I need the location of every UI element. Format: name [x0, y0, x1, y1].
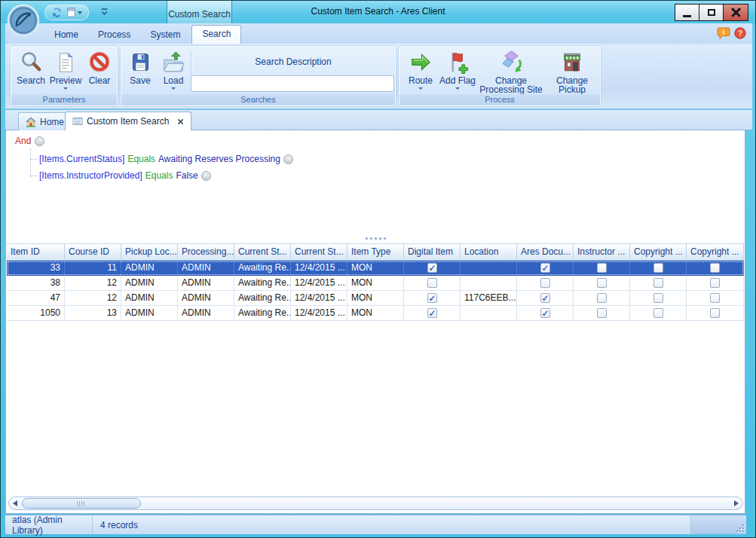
remove-condition-icon[interactable]	[201, 171, 211, 181]
grid-cell[interactable]	[630, 261, 687, 276]
grid-cell[interactable]	[630, 306, 687, 321]
query-condition-2[interactable]: [Items.InstructorProvided] Equals False	[39, 170, 211, 181]
column-header-0[interactable]: Item ID	[7, 244, 65, 261]
search-button[interactable]: Search	[14, 48, 48, 85]
grid-cell[interactable]	[461, 276, 517, 291]
column-header-5[interactable]: Current St...	[291, 244, 347, 261]
grid-cell[interactable]: Awaiting Re...	[234, 276, 291, 291]
column-header-7[interactable]: Digital Item	[404, 244, 461, 261]
grid-cell[interactable]	[517, 261, 574, 276]
ribbon-tab-process[interactable]: Process	[88, 26, 140, 44]
customize-quick-access-button[interactable]	[100, 8, 109, 16]
grid-cell[interactable]: MON	[347, 291, 404, 306]
grid-cell[interactable]	[404, 291, 461, 306]
grid-cell[interactable]: 12/4/2015 ...	[291, 291, 347, 306]
grid-cell[interactable]	[687, 306, 744, 321]
grid-cell[interactable]	[574, 261, 630, 276]
grid-cell[interactable]: 12/4/2015 ...	[291, 306, 347, 321]
column-header-3[interactable]: Processing...	[178, 244, 234, 261]
grid-row-1[interactable]: 3812ADMINADMINAwaiting Re...12/4/2015 ..…	[7, 276, 744, 291]
scroll-right-button[interactable]	[730, 500, 742, 506]
column-header-6[interactable]: Item Type	[347, 244, 404, 261]
grid-cell[interactable]	[461, 306, 517, 321]
ribbon-tab-search[interactable]: Search	[191, 25, 241, 44]
grid-cell[interactable]: ADMIN	[178, 306, 234, 321]
grid-cell[interactable]	[630, 276, 687, 291]
grid-cell[interactable]: Awaiting Re...	[234, 291, 291, 306]
grid-cell[interactable]: MON	[347, 306, 404, 321]
grid-cell[interactable]: 117C6EEB....	[461, 291, 517, 306]
grid-cell[interactable]	[517, 276, 574, 291]
grid-row-2[interactable]: 4712ADMINADMINAwaiting Re...12/4/2015 ..…	[7, 291, 744, 306]
grid-cell[interactable]: Awaiting Re...	[234, 306, 291, 321]
maximize-button[interactable]	[699, 5, 724, 20]
grid-cell[interactable]	[574, 306, 630, 321]
grid-cell[interactable]: ADMIN	[121, 261, 178, 276]
route-button[interactable]: Route	[404, 48, 437, 90]
grid-cell[interactable]: ADMIN	[121, 276, 178, 291]
column-header-9[interactable]: Ares Docu...	[517, 244, 574, 261]
preview-button[interactable]: Preview	[48, 48, 83, 90]
column-header-8[interactable]: Location	[461, 244, 517, 261]
horizontal-scrollbar[interactable]	[8, 497, 743, 510]
grid-cell[interactable]: 38	[7, 276, 65, 291]
grid-cell[interactable]	[404, 306, 461, 321]
grid-cell[interactable]: 33	[7, 261, 65, 276]
grid-cell[interactable]: 12/4/2015 ...	[291, 261, 347, 276]
grid-cell[interactable]	[517, 291, 574, 306]
grid-cell[interactable]: ADMIN	[178, 291, 234, 306]
add-flag-button[interactable]: Add Flag	[439, 48, 476, 90]
ribbon-tab-home[interactable]: Home	[44, 26, 88, 44]
grid-cell[interactable]: MON	[347, 261, 404, 276]
grid-cell[interactable]: ADMIN	[178, 261, 234, 276]
column-header-11[interactable]: Copyright ...	[630, 244, 687, 261]
column-header-4[interactable]: Current St...	[234, 244, 291, 261]
help-button[interactable]: ?	[734, 27, 746, 39]
grid-cell[interactable]: MON	[347, 276, 404, 291]
save-button[interactable]: Save	[124, 48, 156, 85]
query-root-operator[interactable]: And	[15, 136, 44, 146]
grid-row-3[interactable]: 105013ADMINADMINAwaiting Re...12/4/2015 …	[7, 306, 744, 321]
grid-cell[interactable]: ADMIN	[121, 306, 178, 321]
grid-cell[interactable]: ADMIN	[178, 276, 234, 291]
grid-cell[interactable]	[461, 261, 517, 276]
grid-cell[interactable]: Awaiting Re...	[234, 261, 291, 276]
grid-cell[interactable]	[687, 261, 744, 276]
grid-cell[interactable]: 11	[65, 261, 121, 276]
new-search-button[interactable]	[66, 7, 82, 18]
load-button[interactable]: Load	[158, 48, 189, 90]
document-tab-home[interactable]: Home	[18, 112, 72, 130]
query-condition-1[interactable]: [Items.CurrentStatus] Equals Awaiting Re…	[39, 154, 293, 164]
grid-cell[interactable]	[687, 276, 744, 291]
grid-cell[interactable]	[687, 291, 744, 306]
grid-cell[interactable]: 12	[65, 276, 121, 291]
feedback-button[interactable]: i	[717, 27, 730, 39]
scroll-left-button[interactable]	[9, 500, 21, 506]
grid-cell[interactable]: ADMIN	[121, 291, 178, 306]
grid-row-0[interactable]: 3311ADMINADMINAwaiting Re...12/4/2015 ..…	[7, 261, 744, 276]
add-condition-icon[interactable]	[35, 136, 44, 146]
grid-cell[interactable]	[404, 261, 461, 276]
grid-cell[interactable]: 12	[65, 291, 121, 306]
refresh-button[interactable]	[51, 7, 63, 18]
grid-cell[interactable]: 1050	[7, 306, 65, 321]
grid-cell[interactable]	[517, 306, 574, 321]
ribbon-tab-system[interactable]: System	[140, 26, 190, 44]
grid-cell[interactable]	[574, 291, 630, 306]
column-header-10[interactable]: Instructor ...	[574, 244, 630, 261]
column-header-12[interactable]: Copyright ...	[687, 244, 744, 261]
grid-cell[interactable]	[574, 276, 630, 291]
scrollbar-thumb[interactable]	[22, 498, 141, 509]
column-header-1[interactable]: Course ID	[65, 244, 121, 261]
grid-cell[interactable]: 13	[65, 306, 121, 321]
close-button[interactable]	[724, 5, 748, 20]
grid-cell[interactable]	[404, 276, 461, 291]
column-header-2[interactable]: Pickup Loc...	[121, 244, 178, 261]
minimize-button[interactable]	[675, 5, 699, 20]
clear-button[interactable]: Clear	[83, 48, 116, 85]
splitter-handle[interactable]	[6, 234, 745, 242]
search-description-input[interactable]	[191, 75, 394, 92]
application-button[interactable]	[7, 4, 40, 37]
close-tab-button[interactable]	[177, 118, 184, 125]
grid-cell[interactable]	[630, 291, 687, 306]
